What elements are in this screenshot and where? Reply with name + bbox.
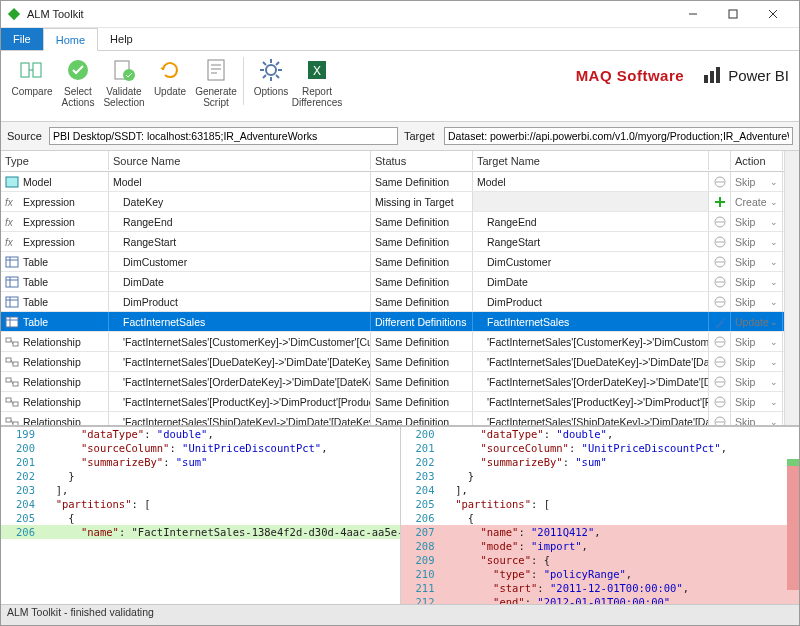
table-row[interactable]: Relationship'FactInternetSales'[OrderDat… — [1, 372, 799, 392]
table-row[interactable]: TableDimDateSame DefinitionDimDateSkip⌄ — [1, 272, 799, 292]
tab-file[interactable]: File — [1, 28, 43, 50]
line-number: 200 — [1, 442, 41, 454]
comparison-grid[interactable]: Type Source Name Status Target Name Acti… — [1, 151, 799, 427]
table-row[interactable]: ModelModelSame DefinitionModelSkip⌄ — [1, 172, 799, 192]
table-row[interactable]: fxExpressionRangeStartSame DefinitionRan… — [1, 232, 799, 252]
maximize-button[interactable] — [713, 1, 753, 27]
target-name: RangeEnd — [473, 212, 709, 231]
svg-rect-55 — [723, 317, 726, 320]
select-actions-button[interactable]: Select Actions — [55, 55, 101, 108]
table-row[interactable]: Relationship'FactInternetSales'[DueDateK… — [1, 352, 799, 372]
status-text: Same Definition — [371, 292, 473, 311]
source-input[interactable] — [49, 127, 398, 145]
code-text: "source": { — [441, 554, 800, 566]
action-dropdown[interactable]: Skip⌄ — [731, 272, 783, 291]
table-row[interactable]: fxExpressionDateKeyMissing in TargetCrea… — [1, 192, 799, 212]
code-text: { — [441, 512, 800, 524]
code-line: 200 "dataType": "double", — [401, 427, 800, 441]
code-line: 203 } — [401, 469, 800, 483]
target-input[interactable] — [444, 127, 793, 145]
tab-help[interactable]: Help — [98, 28, 145, 50]
line-number: 203 — [1, 484, 41, 496]
diff-minimap[interactable] — [787, 427, 799, 604]
action-dropdown[interactable]: Skip⌄ — [731, 232, 783, 251]
type-icon — [5, 316, 19, 328]
source-name: 'FactInternetSales'[ProductKey]->'DimPro… — [109, 392, 371, 411]
validate-icon — [111, 57, 137, 83]
compare-button[interactable]: Compare — [9, 55, 55, 97]
action-dropdown[interactable]: Skip⌄ — [731, 252, 783, 271]
source-name: 'FactInternetSales'[ShipDateKey]->'DimDa… — [109, 412, 371, 427]
code-text: "mode": "import", — [441, 540, 800, 552]
table-row[interactable]: TableDimProductSame DefinitionDimProduct… — [1, 292, 799, 312]
diff-pane-right[interactable]: 200 "dataType": "double",201 "sourceColu… — [400, 427, 800, 604]
table-row[interactable]: Relationship'FactInternetSales'[Customer… — [1, 332, 799, 352]
action-dropdown[interactable]: Skip⌄ — [731, 332, 783, 351]
select-label: Select Actions — [62, 86, 95, 108]
type-text: Expression — [23, 216, 75, 228]
target-name: Model — [473, 172, 709, 191]
code-text: "partitions": [ — [441, 498, 800, 510]
diff-pane-left[interactable]: 199 "dataType": "double",200 "sourceColu… — [1, 427, 400, 604]
line-number: 201 — [401, 442, 441, 454]
update-label: Update — [154, 86, 186, 97]
svg-rect-28 — [6, 177, 18, 187]
code-text: "summarizeBy": "sum" — [441, 456, 800, 468]
col-type[interactable]: Type — [1, 151, 109, 170]
col-action[interactable]: Action — [731, 151, 783, 170]
action-icon — [709, 252, 731, 271]
svg-rect-71 — [6, 398, 11, 402]
table-row[interactable]: TableFactInternetSalesDifferent Definiti… — [1, 312, 799, 332]
action-icon — [709, 332, 731, 351]
options-button[interactable]: Options — [248, 55, 294, 97]
code-text: } — [41, 470, 400, 482]
gear-icon — [258, 57, 284, 83]
source-name: FactInternetSales — [109, 312, 371, 331]
type-icon — [5, 336, 19, 348]
target-name: 'FactInternetSales'[ProductKey]->'DimPro… — [473, 392, 709, 411]
close-button[interactable] — [753, 1, 793, 27]
code-line: 203 ], — [1, 483, 400, 497]
table-row[interactable]: Relationship'FactInternetSales'[ProductK… — [1, 392, 799, 412]
status-text: Different Definitions — [371, 312, 473, 331]
col-source[interactable]: Source Name — [109, 151, 371, 170]
action-dropdown[interactable]: Skip⌄ — [731, 212, 783, 231]
svg-line-20 — [276, 75, 279, 78]
table-row[interactable]: Relationship'FactInternetSales'[ShipDate… — [1, 412, 799, 427]
code-line: 204 ], — [401, 483, 800, 497]
action-dropdown[interactable]: Skip⌄ — [731, 392, 783, 411]
line-number: 200 — [401, 428, 441, 440]
tab-home[interactable]: Home — [43, 28, 98, 51]
type-text: Model — [23, 176, 52, 188]
action-icon — [709, 212, 731, 231]
validate-button[interactable]: Validate Selection — [101, 55, 147, 108]
status-text: Same Definition — [371, 392, 473, 411]
svg-rect-56 — [6, 338, 11, 342]
action-dropdown[interactable]: Skip⌄ — [731, 292, 783, 311]
action-dropdown[interactable]: Skip⌄ — [731, 372, 783, 391]
action-dropdown[interactable]: Skip⌄ — [731, 172, 783, 191]
grid-scrollbar[interactable] — [784, 151, 799, 425]
table-row[interactable]: TableDimCustomerSame DefinitionDimCustom… — [1, 252, 799, 272]
type-text: Expression — [23, 196, 75, 208]
col-action-icon — [709, 151, 731, 170]
code-text: "end": "2012-01-01T00:00:00", — [441, 596, 800, 604]
compare-label: Compare — [11, 86, 52, 97]
action-icon — [709, 292, 731, 311]
type-icon: fx — [5, 196, 19, 208]
update-button[interactable]: Update — [147, 55, 193, 97]
type-icon — [5, 356, 19, 368]
col-target[interactable]: Target Name — [473, 151, 709, 170]
action-dropdown[interactable]: Skip⌄ — [731, 412, 783, 427]
minimize-button[interactable] — [673, 1, 713, 27]
menu-bar: File Home Help — [1, 28, 799, 51]
svg-rect-62 — [13, 362, 18, 366]
report-diff-button[interactable]: XReport Differences — [294, 55, 340, 108]
check-icon — [65, 57, 91, 83]
action-dropdown[interactable]: Update⌄ — [731, 312, 783, 331]
action-dropdown[interactable]: Create⌄ — [731, 192, 783, 211]
table-row[interactable]: fxExpressionRangeEndSame DefinitionRange… — [1, 212, 799, 232]
col-status[interactable]: Status — [371, 151, 473, 170]
action-dropdown[interactable]: Skip⌄ — [731, 352, 783, 371]
generate-script-button[interactable]: Generate Script — [193, 55, 239, 108]
